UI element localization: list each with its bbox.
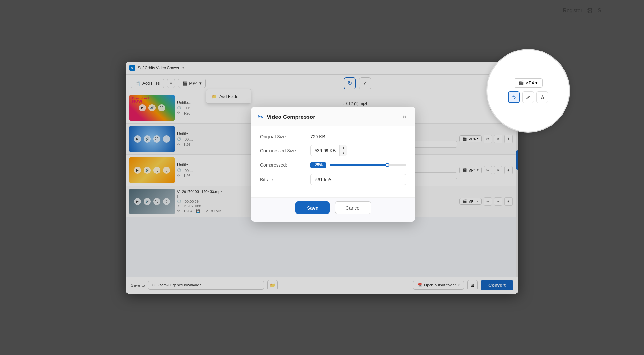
compressed-label: Compressed: bbox=[260, 163, 305, 168]
mag-effects-button[interactable] bbox=[536, 91, 548, 103]
mag-film-icon: 🎬 bbox=[518, 80, 524, 85]
dialog-header: ✂ Video Compressor ✕ bbox=[251, 107, 415, 126]
mag-format-label: MP4 bbox=[525, 80, 534, 85]
bitrate-row: Bitrate: bbox=[260, 174, 406, 185]
compressor-dialog: ✂ Video Compressor ✕ Original Size: 720 … bbox=[251, 107, 415, 222]
slider-thumb[interactable] bbox=[385, 163, 389, 167]
original-size-label: Original Size: bbox=[260, 134, 305, 139]
settings-text: S... bbox=[598, 8, 605, 14]
cancel-button[interactable]: Cancel bbox=[335, 201, 371, 214]
mag-format-badge[interactable]: 🎬 MP4 ▾ bbox=[514, 78, 543, 88]
bitrate-label: Bitrate: bbox=[260, 177, 305, 182]
compressed-size-row: Compressed Size: 539.99 KB ▲ ▼ bbox=[260, 145, 406, 156]
compressed-size-label: Compressed Size: bbox=[260, 148, 305, 153]
compressed-size-value: 539.99 KB bbox=[311, 146, 339, 155]
slider-fill bbox=[330, 164, 387, 166]
bitrate-input[interactable] bbox=[310, 174, 406, 185]
dialog-body: Original Size: 720 KB Compressed Size: 5… bbox=[251, 126, 415, 197]
mag-chevron-icon: ▾ bbox=[535, 80, 538, 85]
svg-rect-4 bbox=[513, 96, 515, 98]
compression-slider[interactable] bbox=[330, 164, 406, 166]
dialog-title: Video Compressor bbox=[267, 114, 397, 120]
compressed-size-input[interactable]: 539.99 KB ▲ ▼ bbox=[310, 145, 347, 156]
original-size-row: Original Size: 720 KB bbox=[260, 134, 406, 139]
save-button[interactable]: Save bbox=[295, 201, 330, 214]
size-spinner: ▲ ▼ bbox=[339, 145, 347, 156]
magnifier-content: 🎬 MP4 ▾ bbox=[494, 78, 563, 103]
app-window: S SoftOrbits Video Converter ✕ 📄 Add Fil… bbox=[126, 62, 518, 294]
compressor-dialog-icon: ✂ bbox=[258, 113, 263, 121]
magnifier-icons-row bbox=[508, 91, 548, 103]
size-spin-up[interactable]: ▲ bbox=[340, 145, 347, 151]
original-size-value: 720 KB bbox=[310, 134, 325, 139]
compressed-row: Compressed: -25% bbox=[260, 162, 406, 168]
mag-edit-button[interactable] bbox=[522, 91, 534, 103]
dialog-footer: Save Cancel bbox=[251, 197, 415, 222]
modal-overlay: ✂ Video Compressor ✕ Original Size: 720 … bbox=[126, 62, 518, 294]
dialog-close-button[interactable]: ✕ bbox=[400, 113, 409, 122]
slider-container: -25% bbox=[310, 162, 406, 168]
register-link[interactable]: Register bbox=[563, 8, 582, 14]
magnifier-circle: 🎬 MP4 ▾ bbox=[486, 49, 570, 133]
size-spin-down[interactable]: ▼ bbox=[340, 151, 347, 156]
compress-badge: -25% bbox=[310, 162, 326, 168]
mag-compressor-button[interactable] bbox=[508, 91, 520, 103]
gear-icon[interactable]: ⚙ bbox=[587, 6, 593, 15]
